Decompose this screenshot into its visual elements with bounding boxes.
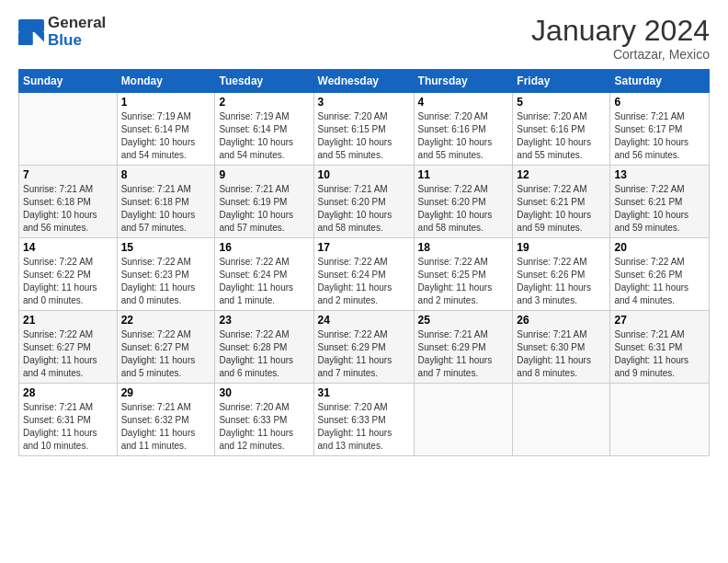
calendar-cell: 30Sunrise: 7:20 AM Sunset: 6:33 PM Dayli… [215, 384, 313, 456]
logo-text: General Blue [48, 15, 106, 49]
day-number: 7 [23, 168, 113, 181]
day-info: Sunrise: 7:22 AM Sunset: 6:21 PM Dayligh… [614, 183, 705, 235]
calendar-cell: 19Sunrise: 7:22 AM Sunset: 6:26 PM Dayli… [513, 238, 610, 311]
day-info: Sunrise: 7:22 AM Sunset: 6:24 PM Dayligh… [318, 256, 410, 307]
day-number: 24 [318, 314, 410, 327]
calendar-cell [513, 384, 610, 456]
day-info: Sunrise: 7:22 AM Sunset: 6:25 PM Dayligh… [418, 256, 509, 307]
day-info: Sunrise: 7:20 AM Sunset: 6:33 PM Dayligh… [219, 401, 309, 453]
main-title: January 2024 [531, 15, 710, 47]
day-number: 20 [614, 241, 705, 254]
day-info: Sunrise: 7:19 AM Sunset: 6:14 PM Dayligh… [219, 110, 309, 162]
day-info: Sunrise: 7:21 AM Sunset: 6:31 PM Dayligh… [23, 401, 113, 453]
calendar-cell: 28Sunrise: 7:21 AM Sunset: 6:31 PM Dayli… [19, 384, 118, 456]
calendar-cell: 2Sunrise: 7:19 AM Sunset: 6:14 PM Daylig… [215, 93, 313, 166]
header-cell-friday: Friday [513, 70, 610, 93]
day-number: 10 [318, 168, 410, 181]
calendar-cell: 18Sunrise: 7:22 AM Sunset: 6:25 PM Dayli… [414, 238, 513, 311]
day-info: Sunrise: 7:21 AM Sunset: 6:31 PM Dayligh… [614, 328, 705, 380]
calendar-cell: 1Sunrise: 7:19 AM Sunset: 6:14 PM Daylig… [117, 93, 215, 166]
week-row-5: 28Sunrise: 7:21 AM Sunset: 6:31 PM Dayli… [19, 384, 710, 456]
day-info: Sunrise: 7:22 AM Sunset: 6:27 PM Dayligh… [121, 328, 211, 380]
day-info: Sunrise: 7:20 AM Sunset: 6:16 PM Dayligh… [418, 110, 509, 162]
day-number: 3 [318, 96, 410, 109]
day-number: 5 [517, 96, 606, 109]
calendar-cell: 3Sunrise: 7:20 AM Sunset: 6:15 PM Daylig… [313, 93, 414, 166]
day-number: 17 [318, 241, 410, 254]
calendar-cell: 14Sunrise: 7:22 AM Sunset: 6:22 PM Dayli… [19, 238, 118, 311]
day-number: 13 [614, 168, 705, 181]
svg-rect-2 [18, 32, 33, 45]
calendar-cell: 4Sunrise: 7:20 AM Sunset: 6:16 PM Daylig… [414, 93, 513, 166]
calendar-cell: 27Sunrise: 7:21 AM Sunset: 6:31 PM Dayli… [610, 311, 710, 384]
day-info: Sunrise: 7:22 AM Sunset: 6:22 PM Dayligh… [23, 256, 113, 307]
week-row-1: 1Sunrise: 7:19 AM Sunset: 6:14 PM Daylig… [19, 93, 710, 166]
day-number: 28 [23, 386, 113, 399]
calendar-body: 1Sunrise: 7:19 AM Sunset: 6:14 PM Daylig… [19, 93, 710, 456]
day-info: Sunrise: 7:21 AM Sunset: 6:17 PM Dayligh… [614, 110, 705, 162]
day-number: 1 [121, 96, 211, 109]
day-info: Sunrise: 7:20 AM Sunset: 6:33 PM Dayligh… [318, 401, 410, 453]
day-number: 27 [614, 314, 705, 327]
day-info: Sunrise: 7:22 AM Sunset: 6:29 PM Dayligh… [318, 328, 410, 380]
header-cell-tuesday: Tuesday [215, 70, 313, 93]
day-number: 26 [517, 314, 606, 327]
header: General Blue January 2024 Cortazar, Mexi… [18, 15, 710, 62]
day-info: Sunrise: 7:21 AM Sunset: 6:19 PM Dayligh… [219, 183, 309, 235]
svg-rect-0 [18, 19, 44, 32]
day-number: 14 [23, 241, 113, 254]
calendar-cell: 16Sunrise: 7:22 AM Sunset: 6:24 PM Dayli… [215, 238, 313, 311]
calendar-cell: 5Sunrise: 7:20 AM Sunset: 6:16 PM Daylig… [513, 93, 610, 166]
day-info: Sunrise: 7:22 AM Sunset: 6:21 PM Dayligh… [517, 183, 606, 235]
day-number: 2 [219, 96, 309, 109]
day-number: 31 [318, 386, 410, 399]
day-number: 4 [418, 96, 509, 109]
day-info: Sunrise: 7:22 AM Sunset: 6:23 PM Dayligh… [121, 256, 211, 307]
calendar-cell: 29Sunrise: 7:21 AM Sunset: 6:32 PM Dayli… [117, 384, 215, 456]
week-row-3: 14Sunrise: 7:22 AM Sunset: 6:22 PM Dayli… [19, 238, 710, 311]
calendar-cell: 26Sunrise: 7:21 AM Sunset: 6:30 PM Dayli… [513, 311, 610, 384]
calendar-cell: 10Sunrise: 7:21 AM Sunset: 6:20 PM Dayli… [313, 166, 414, 238]
day-number: 15 [121, 241, 211, 254]
day-info: Sunrise: 7:21 AM Sunset: 6:29 PM Dayligh… [418, 328, 509, 380]
week-row-4: 21Sunrise: 7:22 AM Sunset: 6:27 PM Dayli… [19, 311, 710, 384]
calendar-cell: 31Sunrise: 7:20 AM Sunset: 6:33 PM Dayli… [313, 384, 414, 456]
day-info: Sunrise: 7:22 AM Sunset: 6:27 PM Dayligh… [23, 328, 113, 380]
day-number: 22 [121, 314, 211, 327]
calendar-cell: 9Sunrise: 7:21 AM Sunset: 6:19 PM Daylig… [215, 166, 313, 238]
day-number: 21 [23, 314, 113, 327]
calendar-cell: 21Sunrise: 7:22 AM Sunset: 6:27 PM Dayli… [19, 311, 118, 384]
header-cell-saturday: Saturday [610, 70, 710, 93]
day-info: Sunrise: 7:19 AM Sunset: 6:14 PM Dayligh… [121, 110, 211, 162]
calendar-cell: 11Sunrise: 7:22 AM Sunset: 6:20 PM Dayli… [414, 166, 513, 238]
day-number: 12 [517, 168, 606, 181]
week-row-2: 7Sunrise: 7:21 AM Sunset: 6:18 PM Daylig… [19, 166, 710, 238]
title-block: January 2024 Cortazar, Mexico [531, 15, 710, 62]
day-number: 19 [517, 241, 606, 254]
calendar-cell: 7Sunrise: 7:21 AM Sunset: 6:18 PM Daylig… [19, 166, 118, 238]
day-info: Sunrise: 7:21 AM Sunset: 6:20 PM Dayligh… [318, 183, 410, 235]
page: General Blue January 2024 Cortazar, Mexi… [0, 0, 728, 465]
day-number: 29 [121, 386, 211, 399]
day-number: 18 [418, 241, 509, 254]
calendar-cell [610, 384, 710, 456]
calendar-cell: 25Sunrise: 7:21 AM Sunset: 6:29 PM Dayli… [414, 311, 513, 384]
calendar-cell [414, 384, 513, 456]
day-number: 23 [219, 314, 309, 327]
header-cell-sunday: Sunday [19, 70, 118, 93]
day-info: Sunrise: 7:21 AM Sunset: 6:32 PM Dayligh… [121, 401, 211, 453]
day-info: Sunrise: 7:21 AM Sunset: 6:18 PM Dayligh… [23, 183, 113, 235]
header-row: SundayMondayTuesdayWednesdayThursdayFrid… [19, 70, 710, 93]
calendar-cell: 8Sunrise: 7:21 AM Sunset: 6:18 PM Daylig… [117, 166, 215, 238]
calendar-cell: 23Sunrise: 7:22 AM Sunset: 6:28 PM Dayli… [215, 311, 313, 384]
calendar-cell: 22Sunrise: 7:22 AM Sunset: 6:27 PM Dayli… [117, 311, 215, 384]
header-cell-thursday: Thursday [414, 70, 513, 93]
day-info: Sunrise: 7:22 AM Sunset: 6:26 PM Dayligh… [517, 256, 606, 307]
calendar-cell: 24Sunrise: 7:22 AM Sunset: 6:29 PM Dayli… [313, 311, 414, 384]
day-number: 8 [121, 168, 211, 181]
day-number: 25 [418, 314, 509, 327]
subtitle: Cortazar, Mexico [531, 47, 710, 62]
day-number: 11 [418, 168, 509, 181]
day-number: 16 [219, 241, 309, 254]
header-cell-monday: Monday [117, 70, 215, 93]
